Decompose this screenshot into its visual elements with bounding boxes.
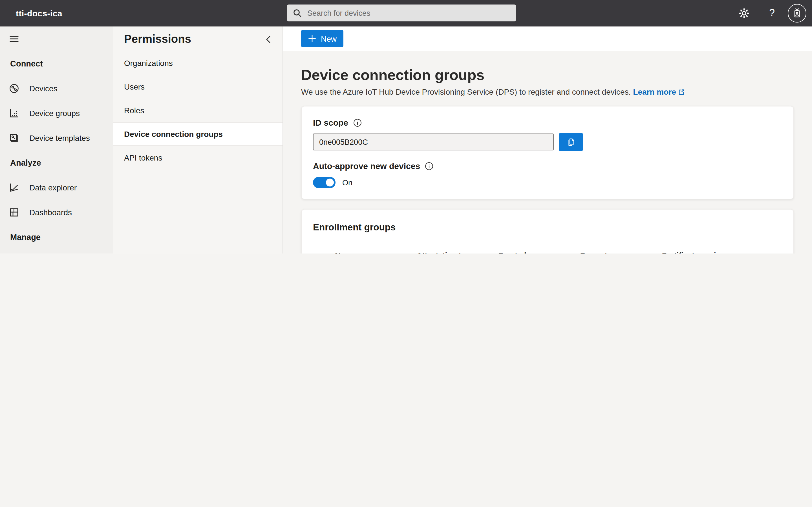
nav-section-analyze: Analyze — [0, 151, 113, 175]
app-name: tti-docs-ica — [16, 0, 62, 26]
collapse-panel-chevron-left-icon[interactable] — [261, 32, 276, 47]
permissions-panel: Permissions Organizations Users Roles De… — [113, 26, 283, 253]
nav-item-devices[interactable]: Devices — [0, 76, 113, 101]
search-input[interactable] — [306, 8, 510, 18]
nav-item-data-explorer[interactable]: Data explorer — [0, 175, 113, 200]
column-header-group-type: Group type — [580, 251, 661, 253]
toggle-knob — [326, 179, 334, 186]
data-explorer-icon — [8, 182, 20, 193]
hamburger-menu-button[interactable] — [0, 26, 113, 51]
copy-id-scope-button[interactable] — [559, 133, 583, 151]
app-window: tti-docs-ica ? Connect Devices De — [0, 0, 812, 253]
nav-item-device-groups[interactable]: Device groups — [0, 101, 113, 126]
settings-gear-icon[interactable] — [734, 0, 753, 26]
device-templates-icon — [8, 132, 20, 144]
enrollment-groups-card: Enrollment groups Name Attestation type … — [301, 209, 794, 253]
page-description: We use the Azure IoT Hub Device Provisio… — [301, 87, 794, 96]
column-header-attestation-type: Attestation type — [417, 251, 498, 253]
nav-section-manage: Manage — [0, 225, 113, 249]
copy-icon — [566, 137, 576, 147]
panel-item-users[interactable]: Users — [113, 75, 283, 99]
panel-item-roles[interactable]: Roles — [113, 99, 283, 122]
help-icon[interactable]: ? — [762, 0, 781, 26]
page-title: Device connection groups — [301, 66, 794, 84]
topbar: tti-docs-ica ? — [0, 0, 812, 26]
panel-title: Permissions — [124, 33, 191, 45]
user-avatar-badge-icon[interactable] — [788, 4, 806, 22]
external-link-icon — [678, 88, 685, 96]
panel-item-organizations[interactable]: Organizations — [113, 51, 283, 75]
id-scope-card: ID scope Auto-approve new devices — [301, 106, 794, 200]
device-groups-icon — [8, 108, 20, 119]
hamburger-icon — [8, 33, 20, 45]
auto-approve-toggle[interactable] — [313, 177, 336, 188]
nav-item-jobs[interactable]: Jobs — [0, 249, 113, 253]
nav-item-dashboards[interactable]: Dashboards — [0, 200, 113, 225]
new-button[interactable]: New — [301, 30, 343, 47]
id-scope-input[interactable] — [313, 133, 554, 151]
left-nav: Connect Devices Device groups Device tem… — [0, 26, 113, 253]
auto-approve-label-row: Auto-approve new devices — [313, 161, 782, 171]
search-icon — [293, 8, 302, 17]
column-header-created: Created — [498, 251, 580, 253]
id-scope-info-icon[interactable] — [353, 118, 362, 127]
column-header-certificate-expiry: Certificate expi... — [661, 251, 794, 253]
enrollment-groups-title: Enrollment groups — [313, 222, 794, 233]
plus-icon — [308, 34, 316, 43]
page-body: Device connection groups We use the Azur… — [283, 51, 812, 253]
id-scope-label-row: ID scope — [313, 118, 782, 127]
device-search[interactable] — [287, 4, 516, 21]
learn-more-link[interactable]: Learn more — [633, 87, 685, 96]
column-header-name: Name — [335, 251, 417, 253]
auto-approve-info-icon[interactable] — [424, 161, 434, 170]
nav-section-connect: Connect — [0, 51, 113, 76]
main-content: New Device connection groups We use the … — [283, 26, 812, 253]
main-toolbar: New — [283, 26, 812, 51]
panel-item-api-tokens[interactable]: API tokens — [113, 146, 283, 170]
dashboards-icon — [8, 207, 20, 218]
devices-icon — [8, 83, 20, 94]
table-header-row: Name Attestation type Created Group type… — [302, 244, 794, 253]
nav-item-device-templates[interactable]: Device templates — [0, 126, 113, 151]
toggle-state-label: On — [342, 178, 352, 187]
panel-item-device-connection-groups[interactable]: Device connection groups — [113, 122, 283, 146]
